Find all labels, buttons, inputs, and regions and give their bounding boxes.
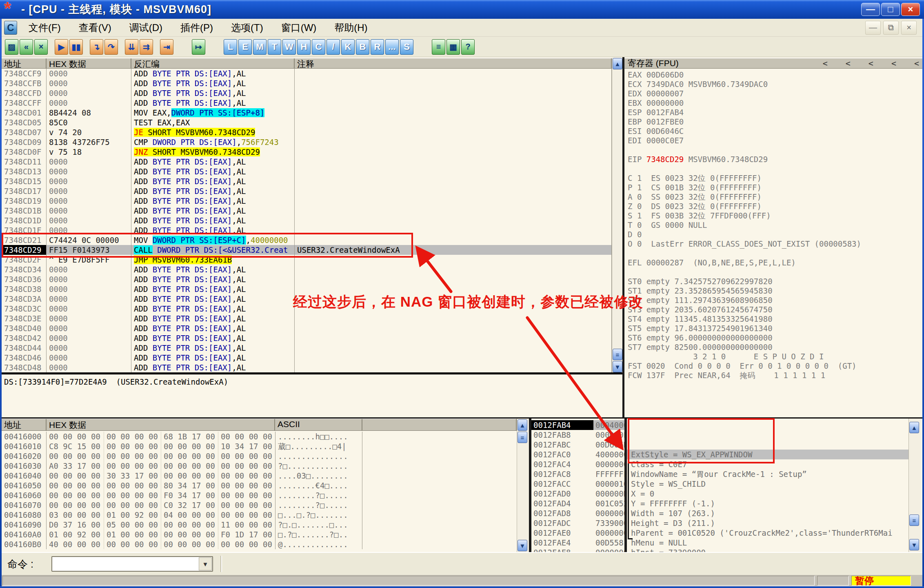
registers-collapse-icon[interactable]: < — [868, 58, 873, 68]
disasm-row[interactable]: 7348CCFF0000ADD BYTE PTR DS:[EAX],AL — [2, 98, 612, 108]
register-line[interactable]: ST0 empty 7.3425752709622997820 — [628, 277, 919, 286]
register-line[interactable]: ECX 7349DAC0 MSVBVM60.7349DAC0 — [628, 80, 919, 89]
disasm-row[interactable]: 7348CD190000ADD BYTE PTR DS:[EAX],AL — [2, 196, 612, 206]
trace-into-button[interactable]: ⇊ — [125, 39, 138, 55]
goto-address-button[interactable]: ↦ — [192, 39, 205, 55]
register-line[interactable]: 3 2 1 0 E S P U O Z D I — [628, 352, 919, 361]
close-program-button[interactable]: × — [34, 39, 48, 55]
register-line[interactable]: T 0 GS 0000 NULL — [628, 220, 919, 230]
command-combobox[interactable]: ▼ — [51, 556, 213, 572]
minimize-button[interactable]: — — [861, 3, 880, 16]
disasm-row[interactable]: 7348CD170000ADD BYTE PTR DS:[EAX],AL — [2, 186, 612, 196]
windows-window-button[interactable]: W — [282, 39, 296, 55]
menu-item-5[interactable]: 窗口(W) — [275, 20, 322, 36]
register-line[interactable]: FST 0020 Cond 0 0 0 0 Err 0 0 1 0 0 0 0 … — [628, 361, 919, 371]
help-button[interactable]: ? — [461, 39, 475, 55]
dump-row[interactable]: 0041600000 00 00 0000 00 00 0068 1B 17 0… — [2, 432, 517, 441]
disasm-row[interactable]: 7348CD098138 43726F75CMP DWORD PTR DS:[E… — [2, 137, 612, 147]
registers-collapse-icon[interactable]: < — [823, 58, 828, 68]
register-line[interactable]: ESI 00D6046C — [628, 127, 919, 136]
registers-collapse-icon[interactable]: < — [846, 58, 851, 68]
runtrace-window-button[interactable]: ... — [385, 39, 399, 55]
register-line[interactable]: ST2 empty 111.29743639608906850 — [628, 296, 919, 305]
disasm-row[interactable]: 7348CD110000ADD BYTE PTR DS:[EAX],AL — [2, 157, 612, 167]
disasm-row[interactable]: 7348CCFB0000ADD BYTE PTR DS:[EAX],AL — [2, 78, 612, 88]
register-line[interactable]: ESP 0012FAB4 — [628, 108, 919, 117]
scroll-up-icon[interactable]: ▲ — [909, 422, 919, 433]
disasm-row[interactable]: 7348CD0Fv 75 18JNZ SHORT MSVBVM60.7348CD… — [2, 147, 612, 157]
disasm-row[interactable]: 7348CCFD0000ADD BYTE PTR DS:[EAX],AL — [2, 88, 612, 98]
scroll-up-icon[interactable]: ▲ — [518, 419, 527, 431]
run-button[interactable]: ▶ — [55, 39, 68, 55]
register-line[interactable]: C 1 ES 0023 32位 0(FFFFFFFF) — [628, 174, 919, 183]
step-into-button[interactable]: ↴ — [90, 39, 103, 55]
registers-collapse-icon[interactable]: < — [914, 58, 919, 68]
register-line[interactable] — [628, 164, 919, 174]
register-line[interactable]: D 0 — [628, 230, 919, 239]
disasm-row[interactable]: 7348CD29FF15 F0143973CALL DWORD PTR DS:[… — [2, 245, 612, 255]
menu-item-4[interactable]: 选项(T) — [225, 20, 269, 36]
disasm-row[interactable]: 7348CD420000ADD BYTE PTR DS:[EAX],AL — [2, 333, 612, 343]
args-scrollbar[interactable]: ▲ ≡ ▼ — [908, 419, 921, 552]
trace-over-button[interactable]: ⇉ — [140, 39, 153, 55]
patches-button[interactable]: ▦ — [446, 39, 460, 55]
disasm-row[interactable]: 7348CD340000ADD BYTE PTR DS:[EAX],AL — [2, 265, 612, 274]
stack-row[interactable]: 0012FAC040000000 — [531, 450, 624, 459]
stack-row[interactable]: 0012FAC8FFFFFFFF — [531, 469, 624, 479]
close-button[interactable]: × — [901, 3, 920, 16]
argument-row[interactable]: hMenu = NULL — [627, 538, 908, 548]
dump-row[interactable]: 0041606000 00 00 0000 00 00 00F0 34 17 0… — [2, 490, 517, 500]
disasm-row[interactable]: 7348CD360000ADD BYTE PTR DS:[EAX],AL — [2, 274, 612, 284]
disasm-row[interactable]: 7348CD1F0000ADD BYTE PTR DS:[EAX],AL — [2, 225, 612, 235]
menu-item-0[interactable]: 文件(F) — [23, 20, 67, 36]
stack-row[interactable]: 0012FAD0000000D3 — [531, 489, 624, 499]
command-dropdown-button[interactable]: ▼ — [199, 557, 212, 570]
register-line[interactable] — [628, 145, 919, 155]
register-line[interactable]: A 0 SS 0023 32位 0(FFFFFFFF) — [628, 192, 919, 202]
disasm-row[interactable]: 7348CD018B4424 08MOV EAX,DWORD PTR SS:[E… — [2, 108, 612, 118]
register-line[interactable] — [628, 249, 919, 258]
argument-row[interactable]: X = 0 — [627, 489, 908, 499]
stack-row[interactable]: 0012FAE000000000 — [531, 528, 624, 538]
menu-item-3[interactable]: 插件(P) — [175, 20, 219, 36]
breakpoint-list-button[interactable]: ≡ — [432, 39, 445, 55]
dump-row[interactable]: 00416010C8 9C 15 0000 00 00 0000 00 00 0… — [2, 441, 517, 451]
argument-row[interactable]: Style = WS_CHILD — [627, 479, 908, 489]
scroll-down-icon[interactable]: ▼ — [909, 539, 919, 550]
cpu-window-button[interactable]: C — [312, 39, 325, 55]
register-line[interactable] — [628, 267, 919, 277]
dump-row[interactable]: 0041605000 00 00 0000 00 00 0080 34 17 0… — [2, 481, 517, 490]
stack-row[interactable]: 0012FAB80000C0E7 — [531, 430, 624, 440]
scroll-thumb[interactable]: ≡ — [518, 432, 527, 443]
command-input[interactable] — [53, 558, 199, 570]
register-line[interactable]: ST3 empty 2035.6020761245674750 — [628, 305, 919, 314]
register-line[interactable]: ST1 empty 23.352865954565945830 — [628, 286, 919, 296]
execute-till-return-button[interactable]: ⇥ — [160, 39, 173, 55]
log-window-button[interactable]: L — [224, 39, 237, 55]
handles-window-button[interactable]: H — [297, 39, 311, 55]
scroll-up-icon[interactable]: ▲ — [613, 58, 622, 69]
register-line[interactable]: O 0 LastErr ERROR_CLASS_DOES_NOT_EXIST (… — [628, 239, 919, 249]
register-line[interactable]: EFL 00000287 (NO,B,NE,BE,S,PE,L,LE) — [628, 258, 919, 267]
maximize-button[interactable]: □ — [881, 3, 900, 16]
disasm-row[interactable]: 7348CD3C0000ADD BYTE PTR DS:[EAX],AL — [2, 304, 612, 314]
dump-row[interactable]: 004160B040 00 00 0000 00 00 0000 00 00 0… — [2, 539, 517, 549]
threads-window-button[interactable]: T — [268, 39, 281, 55]
register-line[interactable]: EDI 0000C0E7 — [628, 136, 919, 145]
stack-row[interactable]: 0012FAD4001C0520 — [531, 499, 624, 508]
registers-collapse-icon[interactable]: < — [891, 58, 896, 68]
restart-button[interactable]: « — [20, 39, 33, 55]
mdi-restore-button[interactable]: ⧉ — [883, 21, 899, 35]
disasm-row[interactable]: 7348CD3A0000ADD BYTE PTR DS:[EAX],AL — [2, 294, 612, 304]
patches-window-button[interactable]: / — [327, 39, 340, 55]
register-line[interactable]: ST6 empty 96.000000000000000000 — [628, 333, 919, 343]
modules-window-button[interactable]: E — [238, 39, 252, 55]
callstack-window-button[interactable]: K — [341, 39, 355, 55]
disasm-row[interactable]: 7348CD1B0000ADD BYTE PTR DS:[EAX],AL — [2, 206, 612, 216]
mdi-close-button[interactable]: × — [901, 21, 917, 35]
scroll-thumb[interactable]: ≡ — [613, 349, 622, 360]
step-over-button[interactable]: ↷ — [104, 39, 118, 55]
disasm-row[interactable]: 7348CD460000ADD BYTE PTR DS:[EAX],AL — [2, 353, 612, 363]
argument-row[interactable]: Y = FFFFFFFF (-1.) — [627, 499, 908, 508]
scroll-thumb[interactable]: ≡ — [909, 514, 919, 526]
